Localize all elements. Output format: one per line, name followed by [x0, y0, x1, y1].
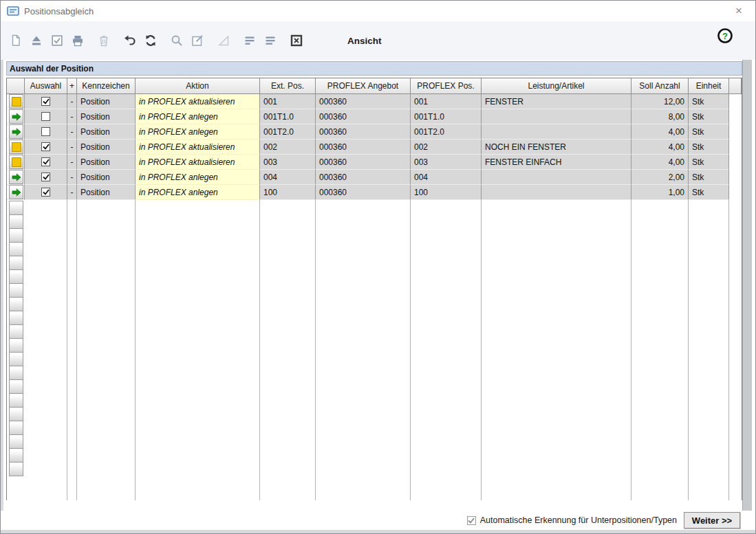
- title-bar: Positionsabgleich ×: [1, 1, 755, 21]
- list-align-1-icon[interactable]: [241, 32, 258, 49]
- row-aktion: in PROFLEX anlegen: [136, 124, 260, 140]
- col-header-leistung-artikel[interactable]: Leistung/Artikel: [482, 78, 631, 94]
- row-ext-pos: 001T2.0: [260, 124, 316, 140]
- col-header-ext-pos[interactable]: Ext. Pos.: [260, 78, 316, 94]
- row-select-checkbox[interactable]: [41, 173, 50, 181]
- table-row: - Position in PROFLEX anlegen 001T2.0 00…: [7, 124, 742, 140]
- row-ext-pos: 003: [260, 155, 316, 170]
- row-expand-cell[interactable]: -: [67, 170, 77, 185]
- col-header-proflex-angebot[interactable]: PROFLEX Angebot: [316, 78, 411, 94]
- indicator-icon: [12, 113, 21, 121]
- help-icon[interactable]: ?: [717, 27, 733, 44]
- col-header-proflex-pos[interactable]: PROFLEX Pos.: [411, 78, 482, 94]
- row-select-checkbox[interactable]: [41, 142, 50, 151]
- col-header-auswahl[interactable]: Auswahl: [25, 78, 67, 94]
- vertical-scrollbar[interactable]: [742, 60, 752, 530]
- row-expand-cell[interactable]: -: [67, 185, 77, 200]
- row-aktion: in PROFLEX anlegen: [136, 109, 260, 124]
- row-aktion: in PROFLEX anlegen: [136, 170, 260, 185]
- row-expand-cell[interactable]: -: [67, 109, 77, 124]
- row-expand-cell[interactable]: -: [67, 94, 77, 109]
- row-kennzeichen: Position: [77, 109, 136, 124]
- col-header-soll-anzahl[interactable]: Soll Anzahl: [631, 78, 689, 94]
- row-select-checkbox[interactable]: [41, 127, 50, 136]
- edit-icon[interactable]: [189, 32, 206, 49]
- row-select-cell: [25, 170, 67, 185]
- row-kennzeichen: Position: [77, 124, 136, 140]
- row-select-checkbox[interactable]: [41, 157, 50, 166]
- auto-detect-checkbox[interactable]: [467, 516, 476, 525]
- col-header-plus[interactable]: +: [67, 78, 77, 94]
- row-indicator: [7, 170, 25, 185]
- row-ext-pos: 100: [260, 185, 316, 200]
- row-trailing-cell: [729, 140, 742, 155]
- row-select-checkbox[interactable]: [41, 188, 50, 197]
- eject-icon[interactable]: [28, 32, 45, 49]
- row-aktion: in PROFLEX aktualisieren: [136, 155, 260, 170]
- window-frame-left: [1, 60, 3, 534]
- row-ext-pos: 001: [260, 94, 316, 109]
- row-einheit: Stk: [689, 185, 729, 200]
- print-icon[interactable]: [69, 32, 86, 49]
- row-leistung-artikel: NOCH EIN FENSTER: [482, 140, 631, 155]
- checkbox-icon[interactable]: [49, 32, 65, 49]
- col-header-aktion[interactable]: Aktion: [136, 78, 260, 94]
- row-select-checkbox[interactable]: [41, 112, 50, 121]
- row-expand-cell[interactable]: -: [67, 155, 77, 170]
- indicator-icon: [12, 98, 21, 106]
- list-align-2-icon[interactable]: [262, 32, 279, 49]
- window-frame-bottom: [1, 530, 755, 534]
- row-soll-anzahl: 8,00: [631, 109, 689, 124]
- row-expand-cell[interactable]: -: [67, 140, 77, 155]
- row-kennzeichen: Position: [77, 170, 136, 185]
- delete-icon[interactable]: [96, 32, 112, 49]
- row-ext-pos: 001T1.0: [260, 109, 316, 124]
- undo-icon[interactable]: [122, 32, 138, 49]
- row-soll-anzahl: 12,00: [631, 94, 689, 109]
- col-header-kennzeichen[interactable]: Kennzeichen: [77, 78, 136, 94]
- row-soll-anzahl: 1,00: [631, 185, 689, 200]
- close-box-icon[interactable]: [288, 32, 305, 49]
- row-ext-pos: 002: [260, 140, 316, 155]
- row-aktion: in PROFLEX aktualisieren: [136, 94, 260, 109]
- col-header-einheit[interactable]: Einheit: [689, 78, 729, 94]
- table-row: - Position in PROFLEX anlegen 001T1.0 00…: [7, 109, 742, 124]
- row-leistung-artikel: [482, 124, 631, 140]
- row-proflex-pos: 002: [411, 140, 482, 155]
- search-icon[interactable]: [169, 32, 185, 49]
- row-proflex-pos: 004: [411, 170, 482, 185]
- auto-detect-label: Automatische Erkennung für Unterposition…: [480, 515, 677, 525]
- col-header-indicator[interactable]: [7, 78, 25, 94]
- row-proflex-angebot: 000360: [316, 140, 411, 155]
- row-proflex-angebot: 000360: [316, 109, 411, 124]
- section-header: Auswahl der Position: [6, 61, 742, 76]
- row-select-cell: [25, 94, 67, 109]
- weiter-button[interactable]: Weiter >>: [684, 512, 740, 529]
- row-indicator: [7, 140, 25, 155]
- close-icon[interactable]: ×: [731, 3, 747, 19]
- menu-ansicht[interactable]: Ansicht: [347, 36, 382, 46]
- row-indicator: [7, 109, 25, 124]
- row-proflex-pos: 001: [411, 94, 482, 109]
- row-leistung-artikel: FENSTER: [482, 94, 631, 109]
- row-kennzeichen: Position: [77, 140, 136, 155]
- row-leistung-artikel: [482, 109, 631, 124]
- row-kennzeichen: Position: [77, 185, 136, 200]
- row-proflex-pos: 001T2.0: [411, 124, 482, 140]
- row-proflex-angebot: 000360: [316, 170, 411, 185]
- row-leistung-artikel: FENSTER EINFACH: [482, 155, 631, 170]
- measure-icon[interactable]: [215, 32, 232, 49]
- indicator-icon: [12, 143, 21, 151]
- positionsabgleich-window: Positionsabgleich × Ansicht ? Auswahl de…: [0, 0, 756, 534]
- row-select-checkbox[interactable]: [41, 97, 50, 106]
- row-soll-anzahl: 4,00: [631, 155, 689, 170]
- row-einheit: Stk: [689, 170, 729, 185]
- row-proflex-angebot: 000360: [316, 94, 411, 109]
- row-einheit: Stk: [689, 124, 729, 140]
- row-expand-cell[interactable]: -: [67, 124, 77, 140]
- new-document-icon[interactable]: [8, 32, 24, 49]
- row-proflex-angebot: 000360: [316, 155, 411, 170]
- row-kennzeichen: Position: [77, 155, 136, 170]
- footer-bar: Automatische Erkennung für Unterposition…: [1, 511, 755, 530]
- refresh-icon[interactable]: [142, 32, 159, 49]
